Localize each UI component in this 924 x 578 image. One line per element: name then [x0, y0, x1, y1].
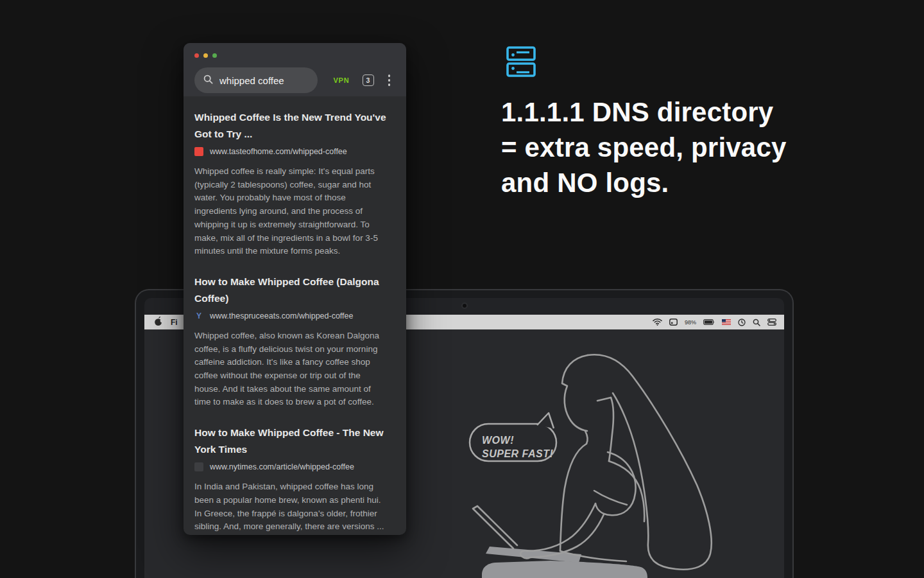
wifi-icon[interactable] — [653, 319, 662, 326]
hair-strand — [609, 398, 613, 461]
minimize-window-button[interactable] — [203, 53, 208, 58]
hero-heading-line-1: 1.1.1.1 DNS directory — [501, 94, 822, 130]
page-background: Fi — [0, 0, 924, 578]
battery-icon[interactable] — [703, 319, 715, 325]
hair-outline — [588, 355, 712, 569]
vpn-badge[interactable]: VPN — [333, 76, 349, 84]
bubble-line-1: WOW! — [482, 435, 514, 446]
result-title[interactable]: Whipped Coffee Is the New Trend You've G… — [194, 109, 388, 143]
search-result-1: Whipped Coffee Is the New Trend You've G… — [194, 109, 398, 258]
result-title[interactable]: How to Make Whipped Coffee (Dalgona Coff… — [194, 274, 388, 307]
result-url-row[interactable]: Y www.thespruceeats.com/whipped-coffee — [194, 311, 398, 321]
result-description: Whipped coffee, also known as Korean Dal… — [194, 329, 388, 409]
browser-search-popup: VPN 3 Whipped Coffee Is the New Trend Yo… — [184, 43, 406, 535]
sleeve-outline — [595, 452, 636, 515]
window-controls — [194, 53, 395, 58]
laptop-deck-shape — [486, 547, 581, 563]
search-result-2: How to Make Whipped Coffee (Dalgona Coff… — [194, 274, 398, 409]
search-icon — [203, 74, 213, 87]
nytimes-favicon — [194, 462, 203, 471]
result-url-row[interactable]: www.nytimes.com/article/whipped-coffee — [194, 462, 398, 472]
result-title[interactable]: How to Make Whipped Coffee - The New Yor… — [194, 425, 388, 458]
beanbag-shape — [482, 561, 647, 578]
battery-percent-label: 98% — [685, 319, 696, 326]
neck-line — [585, 431, 588, 444]
result-description: Whipped coffee is really simple: It's eq… — [194, 165, 388, 258]
search-result-3: How to Make Whipped Coffee - The New Yor… — [194, 425, 398, 534]
result-url: www.tasteofhome.com/whipped-coffee — [210, 147, 347, 156]
search-results-list: Whipped Coffee Is the New Trend You've G… — [184, 96, 406, 534]
apple-logo-icon[interactable] — [154, 316, 163, 328]
spotlight-icon[interactable] — [753, 319, 760, 326]
result-url: www.thespruceeats.com/whipped-coffee — [210, 311, 354, 320]
bubble-line-2: SUPER FAST! — [482, 448, 553, 459]
display-icon[interactable] — [669, 319, 678, 326]
hero-heading-line-3: and NO logs. — [501, 165, 822, 200]
kebab-menu-icon[interactable] — [387, 73, 392, 87]
control-center-icon[interactable] — [767, 319, 776, 326]
thespruceeats-favicon: Y — [194, 311, 203, 320]
laptop-lineart — [473, 506, 517, 548]
search-field[interactable] — [194, 67, 318, 93]
result-description: In India and Pakistan, whipped coffee ha… — [194, 480, 388, 534]
search-toolbar: VPN 3 — [194, 67, 395, 93]
shoulder-line — [609, 461, 644, 521]
search-input[interactable] — [219, 75, 309, 86]
zoom-window-button[interactable] — [212, 53, 217, 58]
face-outline — [562, 355, 588, 431]
hero-heading-line-2: = extra speed, privacy — [501, 130, 822, 165]
clock-icon[interactable] — [738, 319, 746, 326]
tab-counter-button[interactable]: 3 — [363, 74, 374, 86]
result-url-row[interactable]: www.tasteofhome.com/whipped-coffee — [194, 146, 398, 157]
popup-header: VPN 3 — [184, 43, 406, 96]
result-url: www.nytimes.com/article/whipped-coffee — [210, 462, 354, 471]
close-window-button[interactable] — [194, 53, 199, 58]
us-flag-icon[interactable] — [722, 319, 731, 325]
sleeve-hem — [594, 491, 627, 505]
brow-line — [597, 398, 611, 401]
webcam-dot — [463, 304, 466, 308]
dns-servers-icon — [506, 46, 537, 81]
tasteofhome-favicon — [194, 147, 203, 156]
hero-heading: 1.1.1.1 DNS directory = extra speed, pri… — [501, 94, 822, 200]
menubar-app-name[interactable]: Fi — [171, 318, 178, 327]
